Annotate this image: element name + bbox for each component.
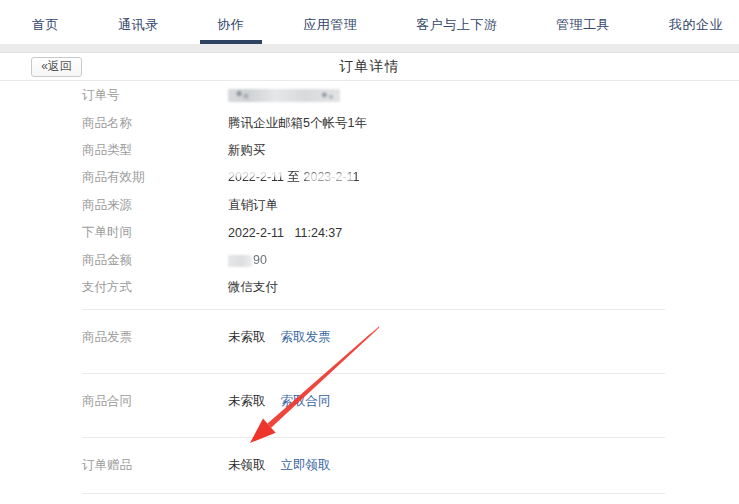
action-link[interactable]: 索取发票 (281, 329, 331, 346)
page-title: 订单详情 (340, 58, 400, 76)
detail-value: 微信支付 (228, 279, 278, 296)
detail-value: 2022-2-11 至 2023-2-11 (228, 169, 360, 186)
detail-row: 商品名称 腾讯企业邮箱5个帐号1年 (82, 109, 739, 136)
action-link[interactable]: 索取合同 (281, 393, 331, 410)
back-button[interactable]: «返回 (31, 57, 82, 77)
order-detail-content: 订单号 商品名称 腾讯企业邮箱5个帐号1年 商品类型 新购买 商品有效期 202… (0, 81, 739, 494)
detail-value: 2022-2-11 11:24:37 (228, 226, 342, 240)
action-list: 商品发票 未索取 索取发票 商品合同 未索取 索取合同 订单赠品 未领取 立即领… (82, 309, 739, 493)
action-block: 商品合同 未索取 索取合同 (82, 373, 739, 429)
nav-tab-label: 协作 (217, 16, 244, 34)
nav-tab-label: 客户与上下游 (416, 16, 497, 34)
detail-row: 下单时间 2022-2-11 11:24:37 (82, 219, 739, 246)
detail-label: 商品名称 (82, 115, 228, 132)
action-block: 商品发票 未索取 索取发票 (82, 309, 739, 365)
nav-tab[interactable]: 管理工具 (556, 0, 610, 44)
nav-tab-label: 通讯录 (118, 16, 159, 34)
detail-row: 商品有效期 2022-2-11 至 2023-2-11 (82, 164, 739, 191)
nav-tab[interactable]: 我的企业 (669, 0, 723, 44)
detail-list: 订单号 商品名称 腾讯企业邮箱5个帐号1年 商品类型 新购买 商品有效期 202… (82, 82, 739, 301)
action-row: 订单赠品 未领取 立即领取 (82, 438, 739, 493)
page-header: «返回 订单详情 (0, 53, 739, 81)
detail-row: 商品金额 90 (82, 246, 739, 273)
detail-value: 90 (228, 253, 267, 267)
action-status: 未领取 (228, 457, 266, 474)
detail-value (228, 89, 340, 102)
nav-tab[interactable]: 通讯录 (118, 0, 159, 44)
action-row: 商品合同 未索取 索取合同 (82, 374, 739, 429)
order-detail-page: 首页 通讯录 协作 应用管理 客户与上下游 管理工具 我的企业 «返回 订单详情… (0, 0, 739, 504)
detail-label: 商品有效期 (82, 169, 228, 186)
nav-tab[interactable]: 客户与上下游 (416, 0, 497, 44)
action-label: 商品发票 (82, 329, 228, 346)
nav-tab-label: 首页 (32, 16, 59, 34)
action-label: 商品合同 (82, 393, 228, 410)
detail-row: 商品类型 新购买 (82, 137, 739, 164)
detail-row: 商品来源 直销订单 (82, 192, 739, 219)
detail-row: 订单号 (82, 82, 739, 109)
nav-tab[interactable]: 协作 (217, 0, 244, 44)
detail-value: 新购买 (228, 142, 266, 159)
detail-label: 商品类型 (82, 142, 228, 159)
detail-label: 商品金额 (82, 252, 228, 269)
nav-tab-label: 应用管理 (303, 16, 357, 34)
detail-value: 腾讯企业邮箱5个帐号1年 (228, 115, 367, 132)
header-gray-strip (0, 44, 739, 53)
action-block: 订单赠品 未领取 立即领取 (82, 437, 739, 493)
detail-value: 直销订单 (228, 197, 278, 214)
nav-tab[interactable]: 首页 (32, 0, 59, 44)
action-status: 未索取 (228, 329, 266, 346)
top-nav: 首页 通讯录 协作 应用管理 客户与上下游 管理工具 我的企业 (0, 0, 739, 44)
nav-tab-label: 管理工具 (556, 16, 610, 34)
section-divider (82, 493, 665, 494)
detail-label: 下单时间 (82, 224, 228, 241)
detail-label: 订单号 (82, 87, 228, 104)
detail-label: 支付方式 (82, 279, 228, 296)
action-link[interactable]: 立即领取 (281, 457, 331, 474)
detail-label: 商品来源 (82, 197, 228, 214)
action-status: 未索取 (228, 393, 266, 410)
nav-tab[interactable]: 应用管理 (303, 0, 357, 44)
action-row: 商品发票 未索取 索取发票 (82, 310, 739, 365)
nav-tab-label: 我的企业 (669, 16, 723, 34)
action-label: 订单赠品 (82, 457, 228, 474)
detail-row: 支付方式 微信支付 (82, 274, 739, 301)
